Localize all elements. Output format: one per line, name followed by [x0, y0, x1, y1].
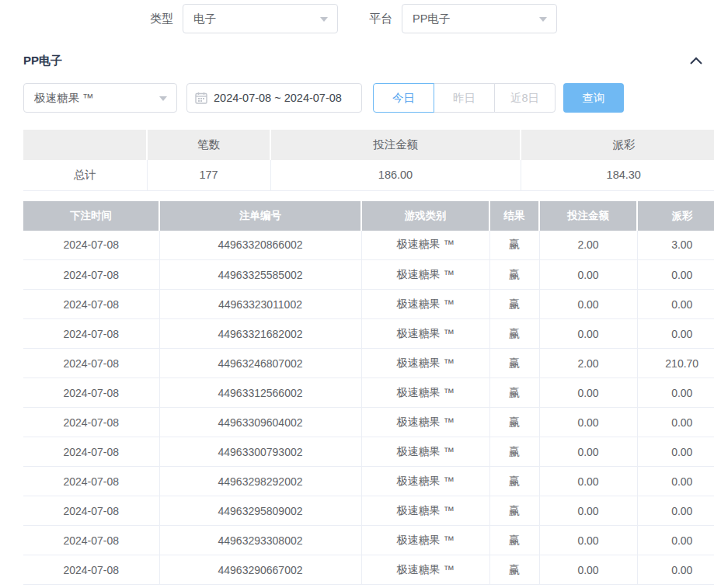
- cell-bet-amount: 0.00: [539, 319, 637, 349]
- chevron-up-icon: [690, 57, 702, 64]
- calendar-icon: [195, 92, 207, 104]
- summary-header-row: 笔数 投注金额 派彩: [23, 130, 714, 160]
- chevron-down-icon: [159, 96, 167, 101]
- quick-button-last8days[interactable]: 近8日: [494, 83, 556, 113]
- cell-payout: 0.00: [637, 260, 714, 290]
- summary-total-row: 总计 177 186.00 184.30: [23, 160, 714, 190]
- table-row: 2024-07-08 44963325585002 极速糖果 ™ 赢 0.00 …: [23, 260, 714, 290]
- cell-result: 赢: [489, 467, 539, 496]
- quick-button-yesterday[interactable]: 昨日: [434, 83, 495, 113]
- cell-bet-time: 2024-07-08: [23, 526, 159, 555]
- cell-result: 赢: [489, 496, 539, 526]
- table-row: 2024-07-08 44963293308002 极速糖果 ™ 赢 0.00 …: [23, 526, 714, 555]
- bet-header-time: 下注时间: [23, 201, 159, 231]
- cell-order-no: 44963309604002: [159, 408, 361, 437]
- cell-game-type: 极速糖果 ™: [361, 319, 489, 349]
- cell-payout: 3.00: [637, 231, 714, 260]
- summary-header-count: 笔数: [147, 130, 270, 160]
- cell-order-no: 44963298292002: [159, 467, 361, 496]
- quick-date-button-group: 今日 昨日 近8日: [373, 83, 556, 113]
- bet-table-body: 2024-07-08 44963320866002 极速糖果 ™ 赢 2.00 …: [23, 231, 714, 585]
- table-row: 2024-07-08 44963298292002 极速糖果 ™ 赢 0.00 …: [23, 467, 714, 496]
- cell-bet-time: 2024-07-08: [23, 319, 159, 349]
- cell-bet-time: 2024-07-08: [23, 378, 159, 408]
- cell-bet-amount: 0.00: [539, 526, 637, 555]
- game-select[interactable]: 极速糖果 ™: [23, 83, 177, 113]
- platform-select-value: PP电子: [413, 12, 450, 26]
- cell-game-type: 极速糖果 ™: [361, 231, 489, 260]
- cell-game-type: 极速糖果 ™: [361, 349, 489, 378]
- cell-result: 赢: [489, 290, 539, 319]
- cell-payout: 0.00: [637, 467, 714, 496]
- summary-total-label: 总计: [23, 160, 147, 190]
- cell-game-type: 极速糖果 ™: [361, 467, 489, 496]
- cell-result: 赢: [489, 555, 539, 585]
- cell-order-no: 44963320866002: [159, 231, 361, 260]
- date-range-input[interactable]: 2024-07-08 ~ 2024-07-08: [186, 83, 362, 113]
- cell-payout: 0.00: [637, 437, 714, 467]
- cell-result: 赢: [489, 378, 539, 408]
- quick-button-today[interactable]: 今日: [373, 83, 434, 113]
- cell-result: 赢: [489, 319, 539, 349]
- table-row: 2024-07-08 44963321682002 极速糖果 ™ 赢 0.00 …: [23, 319, 714, 349]
- game-select-value: 极速糖果 ™: [34, 91, 94, 106]
- bet-header-game-type: 游戏类别: [361, 201, 489, 231]
- cell-result: 赢: [489, 349, 539, 378]
- cell-game-type: 极速糖果 ™: [361, 260, 489, 290]
- bet-table: 下注时间 注单编号 游戏类别 结果 投注金额 派彩 2024-07-08 449…: [23, 201, 714, 586]
- cell-game-type: 极速糖果 ™: [361, 378, 489, 408]
- cell-payout: 210.70: [637, 349, 714, 378]
- cell-game-type: 极速糖果 ™: [361, 496, 489, 526]
- cell-order-no: 44963321682002: [159, 319, 361, 349]
- bet-table-header-row: 下注时间 注单编号 游戏类别 结果 投注金额 派彩: [23, 201, 714, 231]
- cell-bet-amount: 0.00: [539, 496, 637, 526]
- cell-game-type: 极速糖果 ™: [361, 555, 489, 585]
- cell-bet-time: 2024-07-08: [23, 231, 159, 260]
- cell-bet-time: 2024-07-08: [23, 290, 159, 319]
- cell-payout: 0.00: [637, 290, 714, 319]
- cell-bet-amount: 0.00: [539, 290, 637, 319]
- chevron-down-icon: [539, 17, 547, 22]
- top-filter-bar: 类型 电子 平台 PP电子: [150, 4, 714, 33]
- cell-bet-amount: 0.00: [539, 260, 637, 290]
- cell-order-no: 44963312566002: [159, 378, 361, 408]
- cell-result: 赢: [489, 231, 539, 260]
- cell-bet-time: 2024-07-08: [23, 467, 159, 496]
- table-row: 2024-07-08 44963320866002 极速糖果 ™ 赢 2.00 …: [23, 231, 714, 260]
- type-select-value: 电子: [193, 12, 216, 26]
- summary-table: 笔数 投注金额 派彩 总计 177 186.00 184.30: [23, 130, 714, 191]
- summary-header-payout: 派彩: [521, 130, 714, 160]
- type-select[interactable]: 电子: [183, 4, 338, 33]
- cell-bet-amount: 2.00: [539, 349, 637, 378]
- cell-bet-amount: 0.00: [539, 437, 637, 467]
- summary-header-empty: [23, 130, 147, 160]
- bet-header-bet-amount: 投注金额: [539, 201, 637, 231]
- collapse-section-button[interactable]: [689, 54, 703, 68]
- summary-header-bet-amount: 投注金额: [270, 130, 521, 160]
- cell-game-type: 极速糖果 ™: [361, 408, 489, 437]
- toolbar: 极速糖果 ™ 2024-07-08 ~ 2024-07-08 今日 昨日 近8日…: [23, 83, 714, 113]
- cell-order-no: 44963246807002: [159, 349, 361, 378]
- summary-total-count: 177: [147, 160, 270, 190]
- cell-result: 赢: [489, 526, 539, 555]
- date-range-value: 2024-07-08 ~ 2024-07-08: [214, 92, 342, 104]
- cell-order-no: 44963323011002: [159, 290, 361, 319]
- chevron-down-icon: [320, 17, 328, 22]
- cell-payout: 0.00: [637, 555, 714, 585]
- cell-order-no: 44963293308002: [159, 526, 361, 555]
- platform-select[interactable]: PP电子: [402, 4, 557, 33]
- cell-bet-amount: 2.00: [539, 231, 637, 260]
- cell-result: 赢: [489, 437, 539, 467]
- page: 类型 电子 平台 PP电子 PP电子 极速糖果 ™: [0, 0, 714, 588]
- table-row: 2024-07-08 44963309604002 极速糖果 ™ 赢 0.00 …: [23, 408, 714, 437]
- cell-payout: 0.00: [637, 526, 714, 555]
- platform-label: 平台: [369, 12, 392, 26]
- search-button[interactable]: 查询: [563, 83, 624, 113]
- bet-header-order-no: 注单编号: [159, 201, 361, 231]
- cell-result: 赢: [489, 408, 539, 437]
- table-row: 2024-07-08 44963323011002 极速糖果 ™ 赢 0.00 …: [23, 290, 714, 319]
- bet-header-result: 结果: [489, 201, 539, 231]
- section-title: PP电子: [23, 54, 62, 68]
- summary-total-payout: 184.30: [521, 160, 714, 190]
- cell-order-no: 44963300793002: [159, 437, 361, 467]
